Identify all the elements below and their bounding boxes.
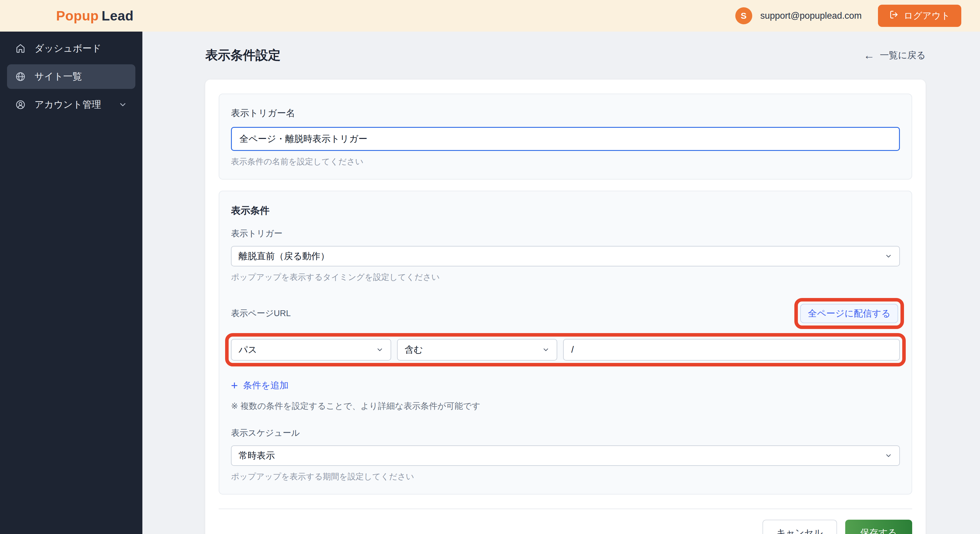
home-icon	[15, 43, 26, 54]
trigger-select-helper: ポップアップを表示するタイミングを設定してください	[231, 272, 900, 283]
schedule-label: 表示スケジュール	[231, 427, 900, 439]
trigger-name-helper: 表示条件の名前を設定してください	[231, 156, 900, 167]
url-value-input[interactable]	[563, 339, 900, 360]
schedule-helper: ポップアップを表示する期間を設定してください	[231, 471, 900, 482]
cancel-button[interactable]: キャンセル	[762, 520, 837, 534]
sidebar: ダッシュボード サイト一覧	[0, 32, 142, 534]
footer-divider	[219, 508, 912, 509]
schedule-select-value: 常時表示	[239, 450, 275, 462]
logout-label: ログアウト	[904, 10, 950, 22]
chevron-down-icon	[542, 346, 550, 354]
back-to-list-link[interactable]: ← 一覧に戻る	[864, 49, 926, 61]
add-condition-link[interactable]: + 条件を追加	[231, 379, 289, 392]
conditions-note: ※ 複数の条件を設定することで、より詳細な表示条件が可能です	[231, 400, 900, 412]
operator-value: 含む	[405, 344, 423, 356]
arrow-left-icon: ←	[864, 50, 875, 61]
user-icon	[15, 99, 26, 110]
conditions-section: 表示条件 表示トリガー 離脱直前（戻る動作） ポップアップを表示するタイミングを…	[219, 191, 912, 494]
chevron-down-icon	[118, 100, 127, 109]
annotation-highlight-broadcast: 全ページに配信する	[794, 298, 904, 329]
annotation-highlight-condition-row: パス 含む	[225, 333, 906, 367]
globe-icon	[15, 71, 26, 82]
url-condition-row: パス 含む	[231, 339, 900, 360]
chevron-down-icon	[885, 452, 892, 459]
top-header: PopupLead S support@popuplead.com ログアウト	[0, 0, 980, 32]
plus-icon: +	[231, 379, 238, 391]
trigger-select-label: 表示トリガー	[231, 228, 900, 239]
trigger-name-section: 表示トリガー名 表示条件の名前を設定してください	[219, 94, 912, 180]
sidebar-item-account[interactable]: アカウント管理	[7, 92, 135, 117]
form-actions: キャンセル 保存する	[219, 520, 912, 534]
logo-primary: Popup	[56, 8, 99, 23]
trigger-select-value: 離脱直前（戻る動作）	[239, 250, 329, 262]
add-condition-label: 条件を追加	[243, 379, 289, 392]
save-button[interactable]: 保存する	[845, 520, 912, 534]
logo-secondary: Lead	[102, 8, 134, 23]
page-url-label: 表示ページURL	[231, 308, 291, 319]
sidebar-item-sites[interactable]: サイト一覧	[7, 64, 135, 89]
sidebar-item-label: サイト一覧	[35, 70, 82, 83]
schedule-select[interactable]: 常時表示	[231, 445, 900, 466]
chevron-down-icon	[885, 252, 892, 260]
chevron-down-icon	[376, 346, 383, 354]
trigger-name-input[interactable]	[231, 127, 900, 151]
page-title: 表示条件設定	[205, 47, 281, 64]
sidebar-item-label: ダッシュボード	[35, 42, 102, 55]
header-right: S support@popuplead.com ログアウト	[735, 5, 962, 27]
app-logo: PopupLead	[56, 8, 134, 24]
sidebar-item-label: アカウント管理	[35, 98, 101, 111]
logout-button[interactable]: ログアウト	[878, 5, 961, 27]
conditions-heading: 表示条件	[231, 204, 900, 217]
match-type-select[interactable]: パス	[231, 339, 391, 360]
sidebar-item-dashboard[interactable]: ダッシュボード	[7, 36, 135, 61]
user-email: support@popuplead.com	[760, 11, 862, 21]
settings-card: 表示トリガー名 表示条件の名前を設定してください 表示条件 表示トリガー 離脱直…	[205, 80, 926, 534]
back-link-label: 一覧に戻る	[880, 49, 926, 61]
broadcast-all-pages-link[interactable]: 全ページに配信する	[800, 304, 898, 323]
operator-select[interactable]: 含む	[397, 339, 557, 360]
avatar: S	[735, 7, 752, 24]
trigger-select[interactable]: 離脱直前（戻る動作）	[231, 246, 900, 266]
match-type-value: パス	[239, 344, 257, 356]
app-root: PopupLead S support@popuplead.com ログアウト	[0, 0, 980, 534]
main-content: 表示条件設定 ← 一覧に戻る 表示トリガー名 表示条件の名前を設定してください …	[142, 32, 980, 534]
trigger-name-label: 表示トリガー名	[231, 107, 900, 119]
logout-icon	[889, 10, 899, 22]
